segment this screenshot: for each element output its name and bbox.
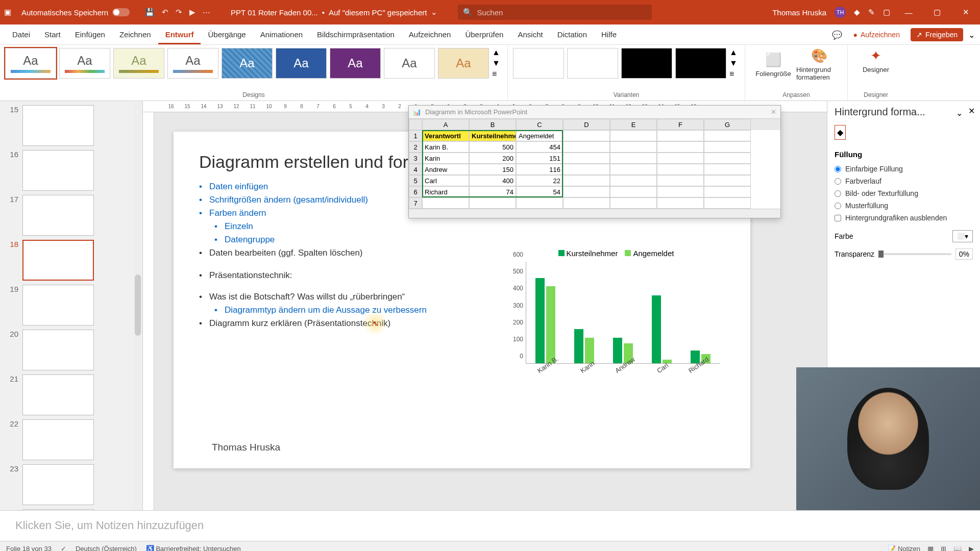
group-label-designs: Designs bbox=[5, 90, 502, 99]
datagrid-title: Diagramm in Microsoft PowerPoint bbox=[425, 108, 527, 116]
diamond-icon[interactable]: ◆ bbox=[854, 8, 860, 17]
fill-option[interactable]: Farbverlauf bbox=[835, 175, 973, 187]
format-background-button[interactable]: 🎨Hintergrund formatieren bbox=[796, 48, 842, 81]
ribbon-tab-aufzeichnen[interactable]: Aufzeichnen bbox=[402, 26, 458, 44]
ribbon-collapse-icon[interactable]: ⌄ bbox=[968, 30, 975, 40]
chart-legend: KursteilnehmerAngemeldet bbox=[505, 249, 720, 258]
chart-bar[interactable] bbox=[585, 338, 594, 363]
pen-icon[interactable]: ✎ bbox=[868, 8, 875, 17]
more-icon[interactable]: ⋯ bbox=[203, 8, 210, 17]
ribbon-tab-übergänge[interactable]: Übergänge bbox=[201, 26, 253, 44]
slide-editor[interactable]: 1615141312111098765432101234567891011121… bbox=[143, 101, 827, 510]
undo-icon[interactable]: ↶ bbox=[162, 8, 168, 17]
datagrid-scrollbar[interactable] bbox=[409, 209, 780, 218]
slide-thumbnail-21[interactable]: 21 bbox=[5, 374, 137, 415]
slide-thumbnail-22[interactable]: 22 bbox=[5, 419, 137, 460]
notes-toggle[interactable]: 📝 Notizen bbox=[888, 545, 920, 551]
language-status[interactable]: Deutsch (Österreich) bbox=[76, 545, 137, 551]
accessibility-status[interactable]: ♿ Barrierefreiheit: Untersuchen bbox=[146, 545, 241, 551]
slide-counter[interactable]: Folie 18 von 33 bbox=[6, 545, 52, 551]
slide-thumbnail-23[interactable]: 23 bbox=[5, 464, 137, 505]
variant-gallery[interactable]: ▲▼≡ bbox=[513, 48, 740, 79]
ribbon-tab-bildschirmpräsentation[interactable]: Bildschirmpräsentation bbox=[310, 26, 402, 44]
notes-pane[interactable]: Klicken Sie, um Notizen hinzuzufügen bbox=[0, 510, 980, 541]
color-label: Farbe bbox=[835, 232, 853, 240]
close-button[interactable]: ✕ bbox=[955, 8, 976, 17]
pane-dropdown-icon[interactable]: ⌄ bbox=[956, 108, 963, 118]
present-icon[interactable]: ▶ bbox=[189, 8, 195, 17]
redo-icon[interactable]: ↷ bbox=[176, 8, 182, 17]
ribbon-tab-dictation[interactable]: Dictation bbox=[550, 26, 594, 44]
transparency-slider[interactable] bbox=[878, 253, 951, 255]
slide-thumbnail-15[interactable]: 15 bbox=[5, 105, 137, 146]
fill-option[interactable]: Einfarbige Füllung bbox=[835, 163, 973, 175]
slide-thumbnail-17[interactable]: 17 bbox=[5, 195, 137, 236]
webcam-overlay bbox=[796, 367, 980, 510]
sorter-view-icon[interactable]: ⊞ bbox=[941, 545, 946, 551]
slide-thumbnail-18[interactable]: 18 bbox=[5, 240, 137, 281]
user-avatar[interactable]: TH bbox=[835, 7, 846, 18]
format-pane-title: Hintergrund forma... bbox=[835, 106, 973, 118]
fill-section-header[interactable]: Füllung bbox=[835, 150, 973, 159]
designer-button[interactable]: ✦Designer bbox=[853, 48, 899, 73]
slide-thumbnail-16[interactable]: 16 bbox=[5, 150, 137, 191]
ribbon-tab-animationen[interactable]: Animationen bbox=[253, 26, 310, 44]
vertical-ruler bbox=[143, 112, 154, 510]
ribbon-content: Aa Aa Aa Aa Aa Aa Aa Aa Aa ▲▼≡ Designs ▲… bbox=[0, 45, 980, 101]
slide-panel-scrollbar[interactable] bbox=[133, 101, 142, 510]
save-icon[interactable]: 💾 bbox=[145, 8, 155, 17]
maximize-button[interactable]: ▢ bbox=[927, 8, 947, 17]
normal-view-icon[interactable]: ▦ bbox=[927, 545, 934, 551]
pane-close-icon[interactable]: ✕ bbox=[968, 106, 975, 116]
ribbon-tab-datei[interactable]: Datei bbox=[5, 26, 37, 44]
chart-bar[interactable] bbox=[613, 338, 622, 363]
slide-thumbnail-24[interactable]: 24 bbox=[5, 509, 137, 510]
search-input[interactable]: 🔍 Suchen bbox=[458, 5, 652, 20]
record-button[interactable]: ● Aufzeichnen bbox=[847, 28, 905, 41]
chart-icon: 📊 bbox=[413, 108, 421, 116]
transparency-value[interactable]: 0% bbox=[955, 248, 973, 260]
group-label-variants: Varianten bbox=[513, 90, 740, 99]
chart-data-window[interactable]: 📊 Diagramm in Microsoft PowerPoint ✕ ABC… bbox=[408, 105, 781, 218]
ribbon-tab-start[interactable]: Start bbox=[37, 26, 68, 44]
reading-view-icon[interactable]: 📖 bbox=[953, 545, 962, 551]
search-icon: 🔍 bbox=[463, 8, 473, 17]
chart-bar[interactable] bbox=[652, 295, 661, 363]
fill-option[interactable]: Musterfüllung bbox=[835, 199, 973, 212]
slide-thumbnail-19[interactable]: 19 bbox=[5, 285, 137, 325]
ribbon-tab-überprüfen[interactable]: Überprüfen bbox=[458, 26, 510, 44]
fill-icon[interactable]: ◆ bbox=[835, 125, 846, 140]
ribbon-tab-zeichnen[interactable]: Zeichnen bbox=[112, 26, 158, 44]
ribbon-tab-ansicht[interactable]: Ansicht bbox=[510, 26, 550, 44]
chart-bar[interactable] bbox=[535, 278, 545, 363]
group-label-designer: Designer bbox=[853, 90, 899, 99]
fill-option[interactable]: Bild- oder Texturfüllung bbox=[835, 187, 973, 199]
list-item[interactable]: Datengruppe bbox=[214, 233, 725, 246]
chart-bar[interactable] bbox=[574, 329, 583, 363]
minimize-button[interactable]: — bbox=[898, 8, 919, 17]
slide-size-button[interactable]: ⬜Foliengröße bbox=[750, 48, 796, 81]
ribbon-tab-entwurf[interactable]: Entwurf bbox=[158, 26, 201, 44]
autosave-toggle[interactable]: Automatisches Speichern bbox=[21, 8, 130, 17]
chart-bar[interactable] bbox=[546, 286, 555, 363]
list-item[interactable]: Einzeln bbox=[214, 220, 725, 233]
window-icon[interactable]: ▢ bbox=[883, 8, 890, 17]
file-name[interactable]: PPT 01 Roter Faden 00...• Auf "diesem PC… bbox=[231, 8, 437, 17]
slide-thumbnail-20[interactable]: 20 bbox=[5, 330, 137, 370]
ribbon-tab-einfügen[interactable]: Einfügen bbox=[68, 26, 112, 44]
group-label-customize: Anpassen bbox=[750, 90, 842, 99]
slide-author[interactable]: Thomas Hruska bbox=[212, 442, 280, 453]
design-gallery[interactable]: Aa Aa Aa Aa Aa Aa Aa Aa Aa ▲▼≡ bbox=[5, 48, 502, 79]
user-name[interactable]: Thomas Hruska bbox=[772, 8, 826, 17]
app-icon: ▣ bbox=[4, 8, 11, 17]
spell-check-icon[interactable]: ✓ bbox=[61, 545, 66, 551]
color-picker-button[interactable]: ▾ bbox=[952, 230, 973, 242]
share-button[interactable]: ↗ Freigeben bbox=[911, 28, 963, 41]
chart[interactable]: KursteilnehmerAngemeldet Karin B.KarinAn… bbox=[505, 249, 720, 392]
datagrid-close-icon[interactable]: ✕ bbox=[771, 108, 776, 116]
ribbon-tab-hilfe[interactable]: Hilfe bbox=[594, 26, 624, 44]
comments-icon[interactable]: 💬 bbox=[832, 30, 842, 40]
slide-panel: 15161718192021222324 bbox=[0, 101, 143, 510]
slideshow-view-icon[interactable]: ▶ bbox=[969, 545, 974, 551]
fill-option[interactable]: Hintergrundgrafiken ausblenden bbox=[835, 212, 973, 224]
